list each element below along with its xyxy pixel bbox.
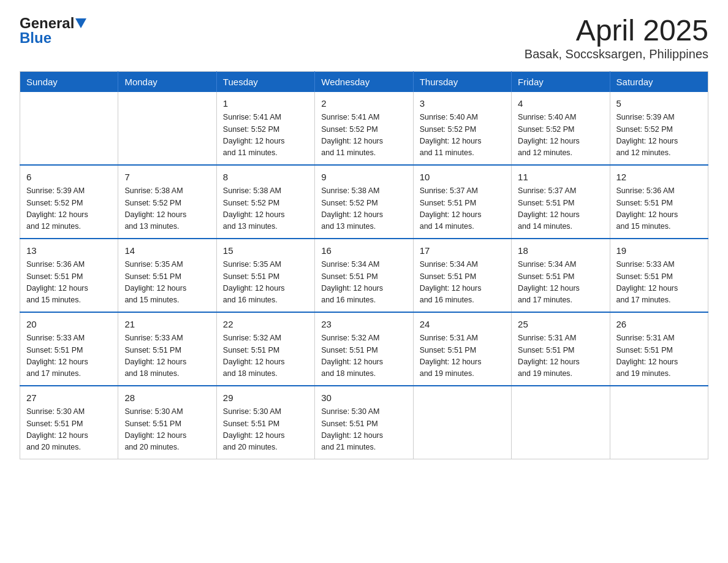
day-info: Sunrise: 5:31 AM Sunset: 5:51 PM Dayligh… [616, 332, 702, 380]
calendar-cell [20, 92, 118, 165]
day-info: Sunrise: 5:41 AM Sunset: 5:52 PM Dayligh… [223, 112, 308, 159]
calendar-cell: 24Sunrise: 5:31 AM Sunset: 5:51 PM Dayli… [413, 312, 511, 386]
day-info: Sunrise: 5:30 AM Sunset: 5:51 PM Dayligh… [223, 406, 308, 454]
calendar-cell: 10Sunrise: 5:37 AM Sunset: 5:51 PM Dayli… [413, 165, 511, 239]
day-info: Sunrise: 5:37 AM Sunset: 5:51 PM Dayligh… [518, 185, 603, 233]
calendar-cell: 19Sunrise: 5:33 AM Sunset: 5:51 PM Dayli… [610, 239, 708, 312]
calendar-cell: 7Sunrise: 5:38 AM Sunset: 5:52 PM Daylig… [118, 165, 216, 239]
day-number: 21 [124, 318, 210, 332]
day-info: Sunrise: 5:40 AM Sunset: 5:52 PM Dayligh… [420, 112, 505, 159]
day-number: 12 [616, 170, 702, 185]
day-number: 28 [124, 391, 210, 405]
day-number: 23 [321, 318, 406, 332]
day-info: Sunrise: 5:34 AM Sunset: 5:51 PM Dayligh… [321, 259, 406, 307]
title-block: April 2025 Basak, Soccsksargen, Philippi… [525, 15, 708, 61]
day-info: Sunrise: 5:38 AM Sunset: 5:52 PM Dayligh… [124, 185, 210, 233]
week-row-4: 20Sunrise: 5:33 AM Sunset: 5:51 PM Dayli… [20, 312, 708, 386]
day-number: 20 [26, 318, 112, 332]
day-info: Sunrise: 5:38 AM Sunset: 5:52 PM Dayligh… [223, 185, 308, 233]
calendar-cell: 25Sunrise: 5:31 AM Sunset: 5:51 PM Dayli… [512, 312, 610, 386]
calendar-cell: 6Sunrise: 5:39 AM Sunset: 5:52 PM Daylig… [20, 165, 118, 239]
calendar-cell: 1Sunrise: 5:41 AM Sunset: 5:52 PM Daylig… [216, 92, 314, 165]
day-info: Sunrise: 5:30 AM Sunset: 5:51 PM Dayligh… [124, 406, 210, 454]
logo: General Blue [20, 15, 86, 47]
calendar-cell: 13Sunrise: 5:36 AM Sunset: 5:51 PM Dayli… [20, 239, 118, 312]
day-number: 30 [321, 391, 406, 405]
day-info: Sunrise: 5:37 AM Sunset: 5:51 PM Dayligh… [420, 185, 505, 233]
day-info: Sunrise: 5:39 AM Sunset: 5:52 PM Dayligh… [616, 112, 702, 159]
day-info: Sunrise: 5:36 AM Sunset: 5:51 PM Dayligh… [26, 259, 112, 307]
calendar-cell [118, 92, 216, 165]
calendar-cell [610, 386, 708, 459]
day-number: 13 [26, 244, 112, 258]
day-number: 7 [124, 170, 210, 185]
day-number: 8 [223, 170, 308, 185]
page-header: General Blue April 2025 Basak, Soccsksar… [20, 15, 708, 61]
calendar-cell: 2Sunrise: 5:41 AM Sunset: 5:52 PM Daylig… [315, 92, 413, 165]
day-info: Sunrise: 5:33 AM Sunset: 5:51 PM Dayligh… [124, 332, 210, 380]
calendar-cell: 16Sunrise: 5:34 AM Sunset: 5:51 PM Dayli… [315, 239, 413, 312]
day-number: 4 [518, 97, 603, 111]
calendar-cell: 27Sunrise: 5:30 AM Sunset: 5:51 PM Dayli… [20, 386, 118, 459]
calendar-cell: 17Sunrise: 5:34 AM Sunset: 5:51 PM Dayli… [413, 239, 511, 312]
day-info: Sunrise: 5:33 AM Sunset: 5:51 PM Dayligh… [616, 259, 702, 307]
calendar-cell: 9Sunrise: 5:38 AM Sunset: 5:52 PM Daylig… [315, 165, 413, 239]
day-number: 27 [26, 391, 112, 405]
day-info: Sunrise: 5:33 AM Sunset: 5:51 PM Dayligh… [26, 332, 112, 380]
day-number: 26 [616, 318, 702, 332]
day-number: 24 [420, 318, 505, 332]
day-number: 16 [321, 244, 406, 258]
day-number: 3 [420, 97, 505, 111]
day-number: 9 [321, 170, 406, 185]
day-number: 17 [420, 244, 505, 258]
calendar-cell: 21Sunrise: 5:33 AM Sunset: 5:51 PM Dayli… [118, 312, 216, 386]
calendar-cell: 28Sunrise: 5:30 AM Sunset: 5:51 PM Dayli… [118, 386, 216, 459]
calendar-table: SundayMondayTuesdayWednesdayThursdayFrid… [20, 71, 708, 459]
day-info: Sunrise: 5:39 AM Sunset: 5:52 PM Dayligh… [26, 185, 112, 233]
calendar-cell: 12Sunrise: 5:36 AM Sunset: 5:51 PM Dayli… [610, 165, 708, 239]
day-info: Sunrise: 5:35 AM Sunset: 5:51 PM Dayligh… [124, 259, 210, 307]
day-number: 10 [420, 170, 505, 185]
weekday-monday: Monday [118, 71, 216, 92]
weekday-wednesday: Wednesday [315, 71, 413, 92]
day-info: Sunrise: 5:40 AM Sunset: 5:52 PM Dayligh… [518, 112, 603, 159]
calendar-cell: 18Sunrise: 5:34 AM Sunset: 5:51 PM Dayli… [512, 239, 610, 312]
day-number: 5 [616, 97, 702, 111]
page-subtitle: Basak, Soccsksargen, Philippines [525, 47, 708, 61]
day-number: 6 [26, 170, 112, 185]
day-info: Sunrise: 5:41 AM Sunset: 5:52 PM Dayligh… [321, 112, 406, 159]
week-row-2: 6Sunrise: 5:39 AM Sunset: 5:52 PM Daylig… [20, 165, 708, 239]
weekday-friday: Friday [512, 71, 610, 92]
day-info: Sunrise: 5:32 AM Sunset: 5:51 PM Dayligh… [321, 332, 406, 380]
weekday-thursday: Thursday [413, 71, 511, 92]
calendar-cell: 5Sunrise: 5:39 AM Sunset: 5:52 PM Daylig… [610, 92, 708, 165]
calendar-cell: 23Sunrise: 5:32 AM Sunset: 5:51 PM Dayli… [315, 312, 413, 386]
day-info: Sunrise: 5:31 AM Sunset: 5:51 PM Dayligh… [420, 332, 505, 380]
weekday-tuesday: Tuesday [216, 71, 314, 92]
week-row-3: 13Sunrise: 5:36 AM Sunset: 5:51 PM Dayli… [20, 239, 708, 312]
calendar-cell: 20Sunrise: 5:33 AM Sunset: 5:51 PM Dayli… [20, 312, 118, 386]
calendar-cell: 15Sunrise: 5:35 AM Sunset: 5:51 PM Dayli… [216, 239, 314, 312]
day-number: 22 [223, 318, 308, 332]
calendar-cell: 11Sunrise: 5:37 AM Sunset: 5:51 PM Dayli… [512, 165, 610, 239]
day-info: Sunrise: 5:30 AM Sunset: 5:51 PM Dayligh… [321, 406, 406, 454]
day-info: Sunrise: 5:35 AM Sunset: 5:51 PM Dayligh… [223, 259, 308, 307]
week-row-1: 1Sunrise: 5:41 AM Sunset: 5:52 PM Daylig… [20, 92, 708, 165]
logo-blue-text: Blue [20, 29, 51, 47]
day-info: Sunrise: 5:34 AM Sunset: 5:51 PM Dayligh… [420, 259, 505, 307]
calendar-cell: 3Sunrise: 5:40 AM Sunset: 5:52 PM Daylig… [413, 92, 511, 165]
calendar-cell: 22Sunrise: 5:32 AM Sunset: 5:51 PM Dayli… [216, 312, 314, 386]
calendar-cell: 26Sunrise: 5:31 AM Sunset: 5:51 PM Dayli… [610, 312, 708, 386]
calendar-cell [512, 386, 610, 459]
day-info: Sunrise: 5:36 AM Sunset: 5:51 PM Dayligh… [616, 185, 702, 233]
calendar-cell: 14Sunrise: 5:35 AM Sunset: 5:51 PM Dayli… [118, 239, 216, 312]
day-number: 14 [124, 244, 210, 258]
day-info: Sunrise: 5:30 AM Sunset: 5:51 PM Dayligh… [26, 406, 112, 454]
day-number: 11 [518, 170, 603, 185]
day-info: Sunrise: 5:34 AM Sunset: 5:51 PM Dayligh… [518, 259, 603, 307]
day-number: 2 [321, 97, 406, 111]
day-number: 18 [518, 244, 603, 258]
calendar-header-row: SundayMondayTuesdayWednesdayThursdayFrid… [20, 71, 708, 92]
day-number: 25 [518, 318, 603, 332]
day-number: 1 [223, 97, 308, 111]
